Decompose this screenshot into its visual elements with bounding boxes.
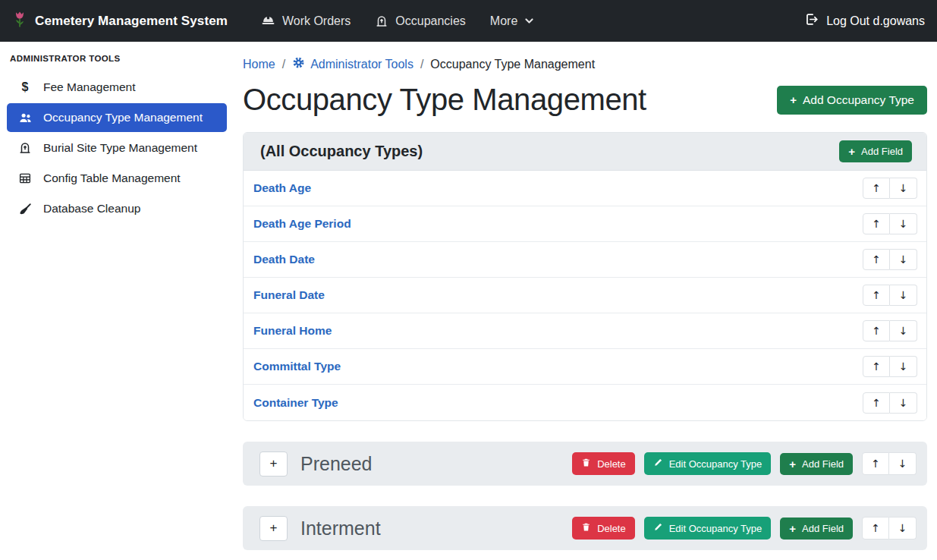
- move-up-button[interactable]: ↑: [862, 452, 889, 475]
- expand-button[interactable]: +: [259, 516, 288, 541]
- edit-occupancy-type-button[interactable]: Edit Occupancy Type: [644, 517, 772, 540]
- field-link-funeral-home[interactable]: Funeral Home: [253, 324, 332, 338]
- add-field-label: Add Field: [802, 523, 844, 534]
- sidebar: ADMINISTRATOR TOOLS $ Fee Management Occ…: [0, 42, 234, 560]
- main-content: Home / Administrator Tools / Occupancy T…: [234, 42, 937, 560]
- pencil-icon: [653, 522, 663, 534]
- field-row: Death Date ↑ ↓: [244, 242, 926, 278]
- move-up-button[interactable]: ↑: [863, 320, 890, 341]
- trash-icon: [581, 458, 591, 470]
- all-occupancy-types-card: (All Occupancy Types) + Add Field Death …: [243, 132, 927, 421]
- add-field-button[interactable]: + Add Field: [780, 453, 853, 475]
- nav-work-orders-label: Work Orders: [282, 14, 351, 28]
- section-title: Interment: [300, 518, 381, 540]
- add-occupancy-type-label: Add Occupancy Type: [803, 93, 914, 107]
- add-occupancy-type-button[interactable]: + Add Occupancy Type: [777, 86, 927, 115]
- delete-button[interactable]: Delete: [572, 452, 635, 475]
- pencil-icon: [653, 458, 663, 470]
- table-icon: [17, 171, 33, 185]
- hard-hat-icon: [261, 14, 275, 28]
- section-actions: Delete Edit Occupancy Type + Add Field: [572, 452, 917, 475]
- reorder-button-group: ↑ ↓: [863, 213, 917, 234]
- plus-icon: +: [789, 523, 796, 534]
- plus-icon: +: [789, 458, 796, 470]
- field-link-committal-type[interactable]: Committal Type: [253, 360, 341, 373]
- edit-occupancy-type-button[interactable]: Edit Occupancy Type: [644, 452, 772, 475]
- reorder-button-group: ↑ ↓: [863, 392, 917, 414]
- sidebar-item-config-table-management[interactable]: Config Table Management: [0, 163, 234, 193]
- move-down-button[interactable]: ↓: [890, 178, 917, 199]
- expand-button[interactable]: +: [259, 451, 288, 477]
- sidebar-item-fee-management[interactable]: $ Fee Management: [0, 72, 234, 102]
- sidebar-item-label: Burial Site Type Management: [43, 141, 197, 155]
- field-row: Funeral Home ↑ ↓: [244, 313, 926, 349]
- add-field-button[interactable]: + Add Field: [839, 140, 912, 162]
- field-link-death-age-period[interactable]: Death Age Period: [253, 217, 351, 231]
- occupancy-type-section-preneed: + Preneed Delete: [243, 442, 927, 486]
- add-field-button[interactable]: + Add Field: [780, 518, 853, 540]
- sidebar-item-occupancy-type-management[interactable]: Occupancy Type Management: [7, 103, 227, 132]
- field-link-container-type[interactable]: Container Type: [253, 396, 338, 410]
- broom-icon: [17, 202, 33, 216]
- breadcrumb-separator: /: [420, 58, 423, 71]
- nav-more-label: More: [490, 14, 517, 28]
- app-title: Cemetery Management System: [35, 14, 228, 29]
- sidebar-item-database-cleanup[interactable]: Database Cleanup: [0, 193, 234, 224]
- move-up-button[interactable]: ↑: [863, 356, 890, 377]
- reorder-button-group: ↑ ↓: [863, 356, 917, 377]
- reorder-button-group: ↑ ↓: [863, 249, 917, 270]
- move-up-button[interactable]: ↑: [862, 517, 889, 540]
- move-up-button[interactable]: ↑: [863, 178, 890, 199]
- edit-occupancy-type-label: Edit Occupancy Type: [669, 458, 762, 470]
- reorder-button-group: ↑ ↓: [863, 285, 917, 306]
- all-occupancy-types-header: (All Occupancy Types) + Add Field: [244, 133, 926, 171]
- reorder-button-group: ↑ ↓: [863, 178, 917, 199]
- nav-occupancies-label: Occupancies: [395, 14, 466, 28]
- add-field-label: Add Field: [861, 146, 903, 157]
- sidebar-item-label: Config Table Management: [43, 171, 181, 185]
- breadcrumb: Home / Administrator Tools / Occupancy T…: [243, 56, 927, 72]
- tombstone-icon: [375, 14, 388, 28]
- nav-occupancies[interactable]: Occupancies: [363, 14, 478, 28]
- breadcrumb-admin-tools-label: Administrator Tools: [310, 58, 413, 71]
- sidebar-item-burial-site-type-management[interactable]: Burial Site Type Management: [0, 133, 234, 163]
- move-down-button[interactable]: ↓: [890, 356, 917, 377]
- move-down-button[interactable]: ↓: [890, 249, 917, 270]
- move-up-button[interactable]: ↑: [863, 285, 890, 306]
- reorder-button-group: ↑ ↓: [862, 517, 917, 540]
- top-navbar: Cemetery Management System Work Orders O…: [0, 0, 937, 42]
- plus-icon: +: [790, 94, 797, 105]
- move-down-button[interactable]: ↓: [890, 320, 917, 341]
- add-field-label: Add Field: [802, 458, 844, 470]
- users-icon: [17, 111, 33, 125]
- delete-button[interactable]: Delete: [572, 517, 635, 540]
- breadcrumb-admin-tools-link[interactable]: Administrator Tools: [292, 56, 413, 72]
- field-link-death-date[interactable]: Death Date: [253, 253, 315, 266]
- page-title: Occupancy Type Management: [243, 83, 646, 117]
- chevron-down-icon: [524, 16, 534, 26]
- move-down-button[interactable]: ↓: [889, 517, 917, 540]
- field-row: Committal Type ↑ ↓: [244, 349, 926, 385]
- sidebar-item-label: Database Cleanup: [43, 202, 140, 216]
- section-actions: Delete Edit Occupancy Type + Add Field: [572, 517, 917, 540]
- move-down-button[interactable]: ↓: [890, 392, 917, 414]
- field-link-death-age[interactable]: Death Age: [253, 181, 311, 195]
- section-title: Preneed: [300, 453, 373, 475]
- app-brand[interactable]: Cemetery Management System: [12, 10, 228, 32]
- move-down-button[interactable]: ↓: [890, 285, 917, 306]
- move-up-button[interactable]: ↑: [863, 213, 890, 234]
- field-row: Death Age ↑ ↓: [244, 171, 926, 206]
- nav-more[interactable]: More: [478, 14, 546, 28]
- logout-button[interactable]: Log Out d.gowans: [804, 12, 925, 30]
- field-row: Funeral Date ↑ ↓: [244, 278, 926, 313]
- nav-work-orders[interactable]: Work Orders: [249, 14, 363, 28]
- move-up-button[interactable]: ↑: [863, 249, 890, 270]
- reorder-button-group: ↑ ↓: [863, 320, 917, 341]
- move-down-button[interactable]: ↓: [889, 452, 917, 475]
- move-up-button[interactable]: ↑: [863, 392, 890, 414]
- field-link-funeral-date[interactable]: Funeral Date: [253, 288, 325, 302]
- breadcrumb-home-link[interactable]: Home: [243, 58, 275, 71]
- delete-label: Delete: [597, 523, 626, 534]
- move-down-button[interactable]: ↓: [890, 213, 917, 234]
- logout-icon: [804, 12, 819, 30]
